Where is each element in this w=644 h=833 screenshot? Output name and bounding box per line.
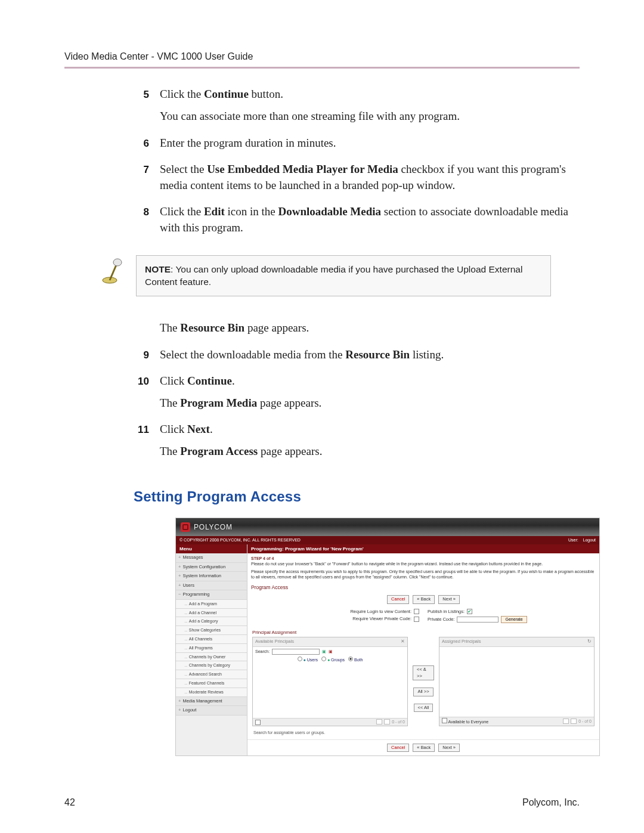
step-text: The Resource Bin page appears. [160, 320, 309, 336]
step-number: 6 [134, 135, 149, 157]
menu-subitem[interactable]: .....Moderate Reviews [176, 688, 247, 697]
step-number: 10 [134, 373, 149, 417]
menu-item[interactable]: +System Information [176, 572, 247, 581]
back-button[interactable]: « Back [413, 744, 435, 753]
search-clear-icon[interactable]: ▣ [329, 649, 333, 655]
principal-assignment-title: Principal Assignment [247, 628, 599, 637]
step-11: 11 Click Next. The Program Access page a… [134, 422, 580, 465]
step-number: 9 [134, 347, 149, 369]
screenshot-subbar: © COPYRIGHT 2008 POLYCOM, INC. ALL RIGHT… [176, 536, 599, 544]
menu-subitem[interactable]: .....Add a Category [176, 617, 247, 626]
step-9: 9 Select the downloadable media from the… [134, 347, 580, 369]
available-everyone-label: Available to Everyone [448, 720, 489, 724]
pane-header: Assigned Principals [442, 639, 481, 645]
step-text: You can associate more than one streamin… [160, 109, 460, 125]
step-text: Select the downloadable media from the R… [160, 347, 444, 363]
page-number: 42 [64, 796, 75, 809]
section-heading: Setting Program Access [134, 487, 580, 507]
generate-button[interactable]: Generate [501, 616, 527, 623]
refresh-icon[interactable]: ↻ [587, 639, 592, 645]
search-hint: Search for assignable users or groups. [247, 729, 599, 739]
users-radio[interactable] [298, 657, 302, 661]
move-selected-button[interactable]: << & >> [413, 665, 434, 680]
step-text: Select the Use Embedded Media Player for… [160, 162, 580, 193]
menu-subitem[interactable]: .....Add a Program [176, 600, 247, 609]
note-box: NOTE: You can only upload downloadable m… [136, 255, 551, 296]
pager-text: 0 - of 0 [392, 719, 405, 725]
groups-radio[interactable] [321, 657, 326, 661]
step-number: 11 [134, 422, 149, 465]
select-all-checkbox[interactable] [255, 720, 261, 725]
require-login-checkbox[interactable] [414, 609, 419, 614]
step-number: 8 [134, 204, 149, 241]
pushpin-icon [98, 258, 126, 286]
running-head: Video Media Center - VMC 1000 User Guide [64, 50, 580, 63]
next-button[interactable]: Next » [438, 744, 460, 753]
wizard-title: Programming: Program Wizard for 'New Pro… [247, 544, 599, 553]
publish-listings-checkbox[interactable] [467, 609, 472, 614]
field-label: Require Viewer Private Code: [352, 616, 411, 623]
pane-header: Available Principals [255, 639, 294, 645]
menu-subitem[interactable]: .....Advanced Search [176, 670, 247, 679]
menu-item[interactable]: +Media Management [176, 697, 247, 707]
screenshot-main: Programming: Program Wizard for 'New Pro… [247, 544, 599, 755]
pager-text: 0 - of 0 [578, 719, 592, 724]
header-rule [64, 67, 580, 69]
note-callout: NOTE: You can only upload downloadable m… [98, 255, 551, 296]
menu-item[interactable]: +Messages [176, 553, 247, 563]
menu-subitem[interactable]: .....All Channels [176, 635, 247, 644]
user-label: User: [568, 538, 578, 542]
step-8: 8 Click the Edit icon in the Downloadabl… [134, 204, 580, 241]
move-all-left-button[interactable]: << All [414, 704, 434, 713]
pager-prev-icon[interactable] [563, 719, 569, 724]
wizard-step: STEP 4 of 4 [247, 553, 599, 562]
menu-subitem[interactable]: .....Add a Channel [176, 609, 247, 618]
menu-subitem[interactable]: .....Show Categories [176, 626, 247, 635]
menu-item[interactable]: +Users [176, 581, 247, 591]
pager-prev-icon[interactable] [376, 719, 382, 724]
logout-link[interactable]: Logout [583, 538, 596, 542]
back-button[interactable]: « Back [413, 595, 435, 604]
menu-item[interactable]: +Logout [176, 706, 247, 716]
step-text: The Program Access page appears. [160, 444, 322, 460]
private-code-input[interactable] [457, 617, 499, 623]
pager-next-icon[interactable] [571, 719, 577, 724]
both-radio[interactable] [348, 657, 353, 661]
menu-subitem[interactable]: .....All Programs [176, 644, 247, 653]
step-6: 6 Enter the program duration in minutes. [134, 135, 580, 157]
search-label: Search: [255, 649, 270, 655]
menu-subitem[interactable]: .....Featured Channels [176, 679, 247, 688]
select-all-checkbox[interactable] [442, 718, 447, 723]
search-input[interactable] [272, 649, 320, 655]
expand-icon[interactable]: ✕ [401, 639, 405, 645]
menu-item[interactable]: −Programming [176, 590, 247, 600]
cancel-button[interactable]: Cancel [387, 595, 409, 604]
available-principals-pane: Available Principals✕ Search: ▣ ▣ ● User… [252, 637, 408, 726]
cancel-button[interactable]: Cancel [387, 744, 409, 753]
copyright-text: © COPYRIGHT 2008 POLYCOM, INC. ALL RIGHT… [179, 537, 301, 543]
step-number: 7 [134, 162, 149, 199]
field-label: Private Code: [428, 617, 454, 623]
step-7: 7 Select the Use Embedded Media Player f… [134, 162, 580, 199]
step-text: Click the Continue button. [160, 86, 460, 103]
menu-item[interactable]: +System Configuration [176, 563, 247, 572]
step-continuation: The Resource Bin page appears. [134, 320, 580, 342]
wizard-warning: Please do not use your browser's "Back" … [247, 562, 599, 569]
search-go-icon[interactable]: ▣ [322, 649, 326, 655]
wizard-desc: Please specify the access requirements y… [247, 569, 599, 584]
step-5: 5 Click the Continue button. You can ass… [134, 86, 580, 130]
field-label: Publish in Listings: [428, 609, 465, 615]
menu-subitem[interactable]: .....Channels by Owner [176, 653, 247, 662]
step-10: 10 Click Continue. The Program Media pag… [134, 373, 580, 417]
program-access-title: Program Access [247, 583, 599, 593]
move-all-right-button[interactable]: All >> [413, 688, 433, 696]
menu-subitem[interactable]: .....Channels by Category [176, 661, 247, 670]
require-private-code-checkbox[interactable] [414, 617, 419, 622]
next-button[interactable]: Next » [438, 595, 460, 604]
step-number: 5 [134, 86, 149, 130]
transfer-buttons: << & >> All >> << All [413, 637, 434, 726]
svg-point-1 [113, 259, 122, 266]
pager-next-icon[interactable] [384, 719, 390, 724]
brand-text: POLYCOM [194, 522, 233, 532]
field-label: Require Login to view Content: [350, 609, 411, 615]
